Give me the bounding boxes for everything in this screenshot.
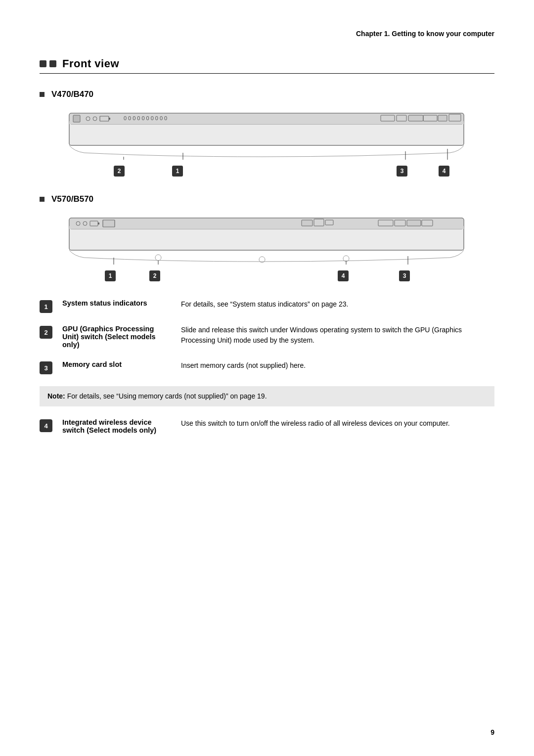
callout-2-v570: 2 — [149, 270, 160, 281]
desc-row-2: 2 GPU (Graphics Processing Unit) switch … — [40, 325, 494, 349]
page-number: 9 — [490, 728, 494, 736]
badge-4-v570: 4 — [338, 270, 349, 281]
page-container: Chapter 1. Getting to know your computer… — [0, 0, 534, 756]
desc-def-1: For details, see “System status indicato… — [181, 299, 494, 310]
callout-3-v570: 3 — [399, 270, 410, 281]
desc-term-4: Integrated wireless device switch (Selec… — [62, 418, 171, 434]
desc-row-4: 4 Integrated wireless device switch (Sel… — [40, 418, 494, 434]
svg-rect-21 — [69, 226, 464, 229]
v470-callouts: 2 1 3 4 — [64, 166, 470, 179]
desc-def-3: Insert memory cards (not supplied) here. — [181, 360, 494, 371]
chapter-title: Chapter 1. Getting to know your computer — [356, 30, 494, 38]
svg-rect-7 — [109, 118, 110, 120]
badge-4: 4 — [439, 166, 449, 177]
v570-title-row: V570/B570 — [40, 194, 494, 204]
v570-callouts: 1 2 4 3 — [64, 270, 470, 284]
v470-bullet-icon — [40, 92, 44, 97]
desc-term-3: Memory card slot — [62, 360, 171, 368]
desc-row-1: 1 System status indicators For details, … — [40, 299, 494, 313]
desc-def-4: Use this switch to turn on/off the wirel… — [181, 418, 494, 429]
badge-2-v570: 2 — [149, 270, 160, 281]
desc-number-3: 3 — [40, 361, 52, 374]
svg-text:0000000000: 0000000000 — [124, 115, 169, 121]
desc-number-2: 2 — [40, 326, 52, 339]
svg-rect-3 — [73, 115, 80, 122]
callout-3-v470: 3 — [397, 166, 407, 177]
note-box: Note: For details, see “Using memory car… — [40, 386, 494, 406]
desc-def-2: Slide and release this switch under Wind… — [181, 325, 494, 346]
badge-1-v570: 1 — [105, 270, 116, 281]
v470-title-row: V470/B470 — [40, 89, 494, 99]
desc-term-1: System status indicators — [62, 299, 171, 307]
svg-rect-11 — [408, 115, 423, 121]
section-title: Front view — [62, 57, 119, 70]
desc-row-3: 3 Memory card slot Insert memory cards (… — [40, 360, 494, 374]
section-icon-2 — [49, 60, 56, 67]
chapter-header: Chapter 1. Getting to know your computer — [40, 30, 494, 38]
desc-number-1: 1 — [40, 300, 52, 313]
svg-rect-13 — [438, 115, 447, 121]
note-text: For details, see “Using memory cards (no… — [67, 392, 267, 400]
callout-4-v470: 4 — [439, 166, 449, 177]
desc-number-4: 4 — [40, 419, 52, 432]
badge-1: 1 — [172, 166, 183, 177]
v570-title: V570/B570 — [51, 194, 93, 204]
v570-diagram-container: 1 2 4 3 — [40, 214, 494, 284]
callout-4-v570: 4 — [338, 270, 349, 281]
callout-1-v570: 1 — [105, 270, 116, 281]
svg-rect-25 — [98, 222, 99, 224]
section-icon-1 — [40, 60, 46, 67]
v470-title: V470/B470 — [51, 89, 93, 99]
badge-2: 2 — [114, 166, 125, 177]
svg-rect-2 — [69, 121, 464, 124]
v570-bullet-icon — [40, 197, 44, 202]
svg-rect-32 — [407, 220, 421, 226]
svg-rect-27 — [302, 220, 312, 226]
v470-section: V470/B470 0000000000 — [40, 89, 494, 179]
badge-3-v570: 3 — [399, 270, 410, 281]
section-icons — [40, 60, 56, 67]
v470-diagram-container: 0000000000 2 — [40, 109, 494, 179]
v570-diagram — [64, 214, 470, 268]
desc-term-2: GPU (Graphics Processing Unit) switch (S… — [62, 325, 171, 349]
badge-3: 3 — [397, 166, 407, 177]
callout-2-v470: 2 — [114, 166, 125, 177]
v570-section: V570/B570 — [40, 194, 494, 284]
note-label: Note: — [47, 392, 65, 400]
section-title-row: Front view — [40, 57, 494, 74]
v470-diagram: 0000000000 — [64, 109, 470, 164]
descriptions-section: 1 System status indicators For details, … — [40, 299, 494, 434]
svg-point-34 — [155, 255, 161, 261]
svg-rect-26 — [103, 220, 115, 227]
callout-1-v470: 1 — [172, 166, 183, 177]
